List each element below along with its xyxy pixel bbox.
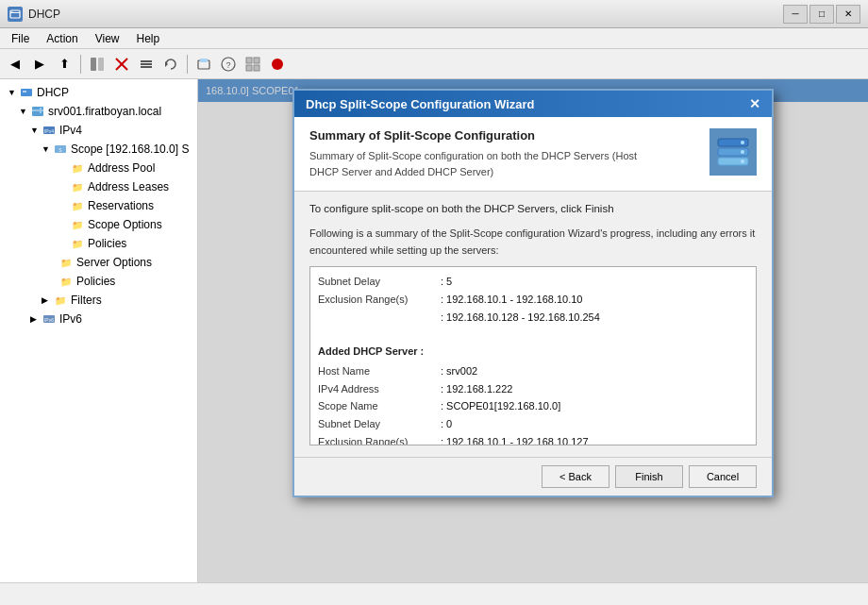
show-hide-button[interactable] [86, 53, 108, 76]
tree-label-ipv6: IPv6 [59, 312, 82, 326]
menu-bar: File Action View Help [0, 28, 868, 49]
menu-file[interactable]: File [4, 30, 37, 47]
svg-rect-3 [91, 58, 96, 71]
status-bar [0, 582, 868, 605]
main-layout: ▼ DHCP ▼ srv001.firatboyan.local ▼ IPv4 … [0, 79, 868, 582]
tree-item-ipv6[interactable]: ▶ IPv6 IPv6 [0, 310, 197, 328]
scope-options-icon: 📁 [70, 217, 85, 232]
tree-label-ipv4: IPv4 [59, 124, 82, 137]
delete-button[interactable] [110, 53, 133, 76]
close-button[interactable]: ✕ [836, 5, 860, 24]
tree-label-address-pool: Address Pool [88, 161, 155, 175]
wizard-close-button[interactable]: ✕ [749, 96, 760, 111]
scope-icon: S [53, 142, 68, 157]
tree-label-policies2: Policies [76, 275, 115, 288]
tree-item-dhcp[interactable]: ▼ DHCP [0, 83, 197, 102]
summary-box[interactable]: Subnet Delay : 5 Exclusion Range(s) : 19… [309, 266, 757, 445]
wizard-footer: < Back Finish Cancel [294, 457, 772, 496]
exclusion2-value: : 192.168.10.1 - 192.168.10.127 [441, 433, 589, 446]
reservations-icon: 📁 [70, 198, 85, 213]
ipv6-icon: IPv6 [42, 311, 57, 327]
svg-rect-12 [200, 59, 208, 62]
filters-icon: 📁 [53, 293, 68, 308]
app-icon [8, 7, 23, 22]
srv001-icon [30, 104, 45, 119]
scope-name-value: : SCOPE01[192.168.10.0] [441, 397, 560, 415]
menu-help[interactable]: Help [129, 30, 168, 47]
tree-arrow-ipv6[interactable]: ▶ [30, 314, 42, 324]
svg-point-19 [272, 59, 283, 70]
tree-item-srv001[interactable]: ▼ srv001.firatboyan.local [0, 102, 197, 121]
menu-action[interactable]: Action [39, 30, 85, 47]
subnet-delay2-value: : 0 [441, 415, 452, 433]
tree-label-dhcp: DHCP [37, 86, 69, 99]
subnet-delay-label: Subnet Delay [318, 273, 441, 291]
minimize-button[interactable]: ─ [783, 5, 808, 24]
tree-panel: ▼ DHCP ▼ srv001.firatboyan.local ▼ IPv4 … [0, 79, 198, 582]
window-title: DHCP [28, 8, 60, 21]
tree-item-ipv4[interactable]: ▼ IPv4 IPv4 [0, 121, 197, 140]
added-server-section: Added DHCP Server : [318, 343, 424, 361]
svg-rect-4 [98, 58, 104, 71]
toolbar-separator-1 [80, 55, 81, 74]
subnet-delay-value: : 5 [441, 273, 452, 291]
svg-point-25 [40, 111, 42, 113]
tree-arrow-scope[interactable]: ▼ [42, 144, 53, 154]
finish-button[interactable]: Finish [615, 465, 683, 488]
record-button[interactable] [266, 53, 289, 76]
tree-label-srv001: srv001.firatboyan.local [48, 105, 161, 118]
window-controls: ─ □ ✕ [783, 5, 860, 24]
refresh-button[interactable] [159, 53, 182, 76]
wizard-title-bar: Dhcp Split-Scope Configuration Wizard ✕ [294, 91, 772, 117]
back-button[interactable]: < Back [542, 465, 609, 488]
host-name-value: : srv002 [441, 362, 477, 380]
svg-rect-18 [254, 65, 259, 71]
tree-arrow-filters[interactable]: ▶ [42, 295, 53, 305]
host-name-label: Host Name [318, 362, 441, 380]
wizard-header-title: Summary of Split-Scope Configuration [309, 128, 659, 143]
tree-item-filters[interactable]: ▶ 📁 Filters [0, 291, 197, 310]
svg-text:IPv4: IPv4 [44, 128, 54, 134]
up-button[interactable]: ⬆ [53, 53, 75, 76]
tree-arrow-ipv4[interactable]: ▼ [30, 126, 42, 135]
address-leases-icon: 📁 [70, 179, 85, 194]
tree-item-policies2[interactable]: ▶ 📁 Policies [0, 272, 197, 291]
svg-rect-16 [254, 58, 259, 63]
back-button[interactable]: ◀ [4, 53, 26, 76]
ipv4-icon: IPv4 [42, 123, 57, 138]
tree-item-address-leases[interactable]: ▶ 📁 Address Leases [0, 177, 197, 196]
tree-item-address-pool[interactable]: ▶ 📁 Address Pool [0, 159, 197, 177]
properties-button[interactable] [135, 53, 158, 76]
svg-point-36 [741, 150, 744, 154]
tree-arrow-srv001[interactable]: ▼ [19, 107, 30, 116]
maximize-button[interactable]: □ [810, 5, 834, 24]
svg-rect-9 [141, 66, 152, 68]
tree-item-reservations[interactable]: ▶ 📁 Reservations [0, 196, 197, 215]
ipv4-label: IPv4 Address [318, 380, 441, 398]
view-button[interactable] [242, 53, 264, 76]
forward-button[interactable]: ▶ [28, 53, 51, 76]
right-panel: 168.10.0] SCOPE01 Dhcp Split-Scope Confi… [198, 79, 868, 582]
wizard-body: To configure split-scope on both the DHC… [294, 192, 772, 457]
cancel-button[interactable]: Cancel [689, 465, 757, 488]
exclusion2-label: Exclusion Range(s) [318, 433, 441, 446]
tree-item-policies[interactable]: ▶ 📁 Policies [0, 234, 197, 253]
wizard-header: Summary of Split-Scope Configuration Sum… [294, 117, 772, 192]
menu-view[interactable]: View [88, 30, 127, 47]
exclusion-range-2: : 192.168.10.128 - 192.168.10.254 [441, 309, 600, 327]
svg-rect-8 [141, 63, 152, 65]
wizard-detail: Following is a summary of the Split-Scop… [309, 226, 757, 259]
svg-rect-17 [246, 65, 252, 71]
wizard-overlay: Dhcp Split-Scope Configuration Wizard ✕ … [198, 79, 868, 582]
help-button[interactable]: ? [217, 53, 240, 76]
export-button[interactable] [192, 53, 215, 76]
wizard-title-text: Dhcp Split-Scope Configuration Wizard [306, 97, 535, 111]
policies2-icon: 📁 [58, 274, 74, 289]
tree-label-server-options: Server Options [76, 256, 152, 269]
wizard-dialog: Dhcp Split-Scope Configuration Wizard ✕ … [292, 89, 774, 497]
tree-item-server-options[interactable]: ▶ 📁 Server Options [0, 253, 197, 272]
svg-point-2 [11, 10, 12, 11]
tree-arrow-dhcp[interactable]: ▼ [8, 88, 19, 97]
tree-item-scope[interactable]: ▼ S Scope [192.168.10.0] S [0, 140, 197, 159]
tree-item-scope-options[interactable]: ▶ 📁 Scope Options [0, 215, 197, 234]
